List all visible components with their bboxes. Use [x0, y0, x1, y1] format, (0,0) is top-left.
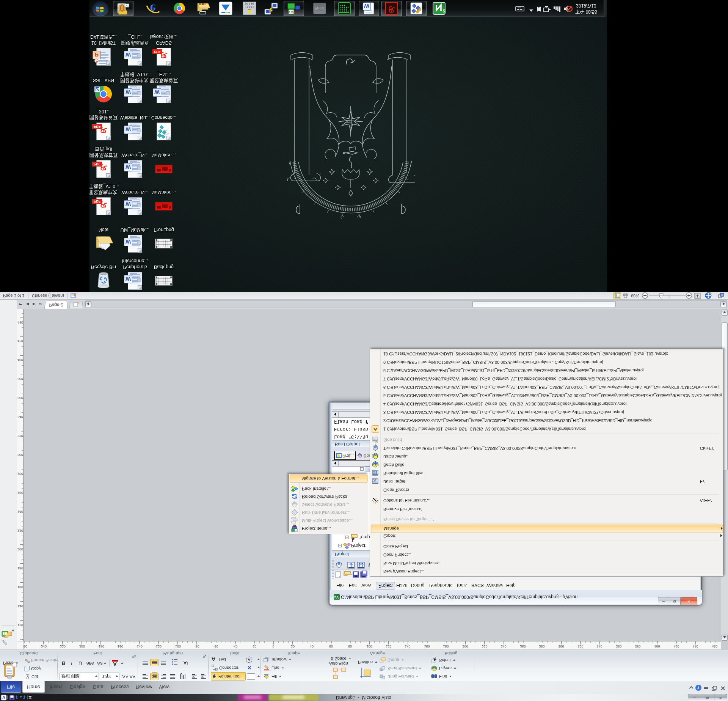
- svg-text:A: A: [248, 657, 251, 662]
- svg-text:?: ?: [697, 685, 700, 690]
- svg-text:2: 2: [443, 9, 445, 13]
- svg-text:01010: 01010: [245, 2, 254, 6]
- svg-text:V: V: [2, 695, 5, 700]
- svg-text:W: W: [364, 3, 370, 10]
- svg-text:10001: 10001: [245, 5, 254, 9]
- svg-text:e: e: [150, 2, 155, 16]
